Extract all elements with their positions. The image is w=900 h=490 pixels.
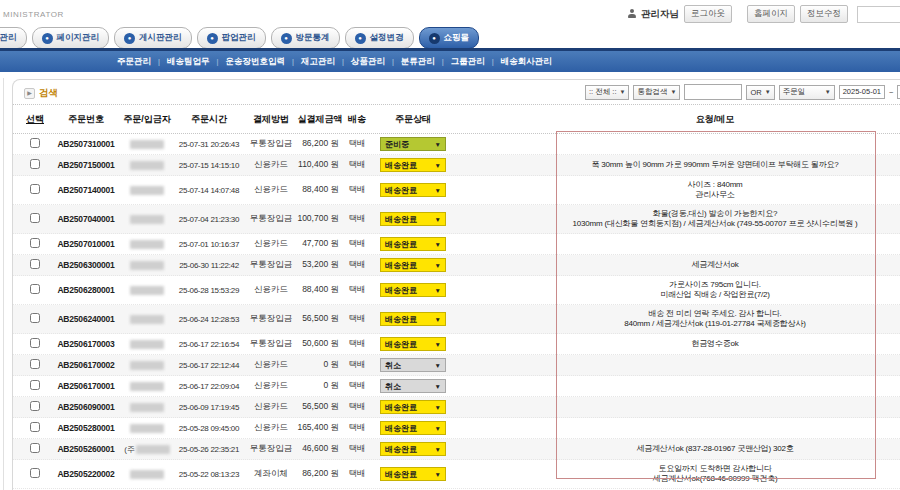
tab-label: 설정변경 [370, 32, 404, 44]
order-time: 25-06-24 12:28:53 [173, 315, 245, 324]
search-toggle-icon[interactable]: ▶ [24, 88, 35, 99]
order-status-select[interactable]: 배송완료▼ [380, 400, 446, 414]
subnav-그룹관리[interactable]: 그룹관리 [444, 56, 492, 68]
order-status-select[interactable]: 배송완료▼ [380, 258, 446, 272]
orderer-name-masked [121, 361, 173, 370]
row-select-checkbox[interactable] [30, 338, 40, 348]
orderer-name-masked [121, 215, 173, 224]
subnav-주문관리[interactable]: 주문관리 [110, 56, 158, 68]
shipping-method: 택배 [343, 468, 371, 480]
order-number[interactable]: AB2505220002 [51, 469, 121, 479]
row-select-checkbox[interactable] [30, 359, 40, 369]
tab-설정변경[interactable]: ●설정변경 [345, 27, 414, 49]
tab-게시판관리[interactable]: ●게시판관리 [114, 27, 192, 49]
subnav-운송장번호입력[interactable]: 운송장번호입력 [218, 56, 292, 68]
logout-button[interactable]: 로그아웃 [684, 5, 732, 23]
payment-amount: 86,200 원 [297, 138, 343, 150]
subnav-배송팀업무[interactable]: 배송팀업무 [160, 56, 217, 68]
order-status-select[interactable]: 배송완료▼ [380, 467, 446, 481]
homepage-button[interactable]: 홈페이지 [747, 5, 795, 23]
order-number[interactable]: AB2506090001 [51, 402, 121, 412]
subnav-상품관리[interactable]: 상품관리 [344, 56, 392, 68]
row-select-checkbox[interactable] [30, 138, 40, 148]
order-status-select[interactable]: 배송완료▼ [380, 212, 446, 226]
order-number[interactable]: AB2507140001 [51, 185, 121, 195]
order-number[interactable]: AB2506170001 [51, 381, 121, 391]
scope-select[interactable]: :: 전체 ::▼ [585, 85, 629, 100]
order-row: AB2505260001(주25-05-26 22:35:21무통장입금46,6… [13, 439, 900, 460]
order-number[interactable]: AB2507150001 [51, 160, 121, 170]
order-status-value: 배송완료 [385, 260, 417, 271]
row-select-checkbox[interactable] [30, 184, 40, 194]
stats-icon: ● [281, 33, 292, 44]
order-number[interactable]: AB2507310001 [51, 139, 121, 149]
order-status-select[interactable]: 배송완료▼ [380, 442, 446, 456]
col-select[interactable]: 선택 [19, 113, 51, 126]
row-select-checkbox[interactable] [30, 422, 40, 432]
payment-method: 무통장입금 [245, 338, 297, 350]
date-type-select[interactable]: 주문일▼ [779, 85, 835, 100]
row-select-checkbox[interactable] [30, 213, 40, 223]
order-status-select[interactable]: 취소▼ [380, 358, 446, 372]
row-select-checkbox[interactable] [30, 313, 40, 323]
subnav-배송회사관리[interactable]: 배송회사관리 [494, 56, 559, 68]
order-status-select[interactable]: 배송완료▼ [380, 421, 446, 435]
topbar-quick-input[interactable] [857, 6, 900, 23]
order-number[interactable]: AB2505260001 [51, 444, 121, 454]
order-number[interactable]: AB2507010001 [51, 239, 121, 249]
order-status-select[interactable]: 준비중▼ [380, 137, 446, 151]
order-status-select[interactable]: 배송완료▼ [380, 312, 446, 326]
order-number[interactable]: AB2506240001 [51, 314, 121, 324]
tab-원관리[interactable]: ●원관리 [0, 27, 27, 49]
subnav-재고관리[interactable]: 재고관리 [294, 56, 342, 68]
chevron-down-icon: ▼ [765, 89, 771, 95]
col-order-time: 주문시간 [173, 113, 245, 126]
order-status-select[interactable]: 배송완료▼ [380, 158, 446, 172]
subnav-분류관리[interactable]: 분류관리 [394, 56, 442, 68]
order-number[interactable]: AB2506280001 [51, 285, 121, 295]
order-number[interactable]: AB2507040001 [51, 214, 121, 224]
order-status-select[interactable]: 배송완료▼ [380, 237, 446, 251]
orderer-name-masked [121, 286, 173, 295]
keyword-input[interactable] [684, 84, 742, 100]
table-header: 선택 주문번호 주문/입금자 주문시간 결제방법 실결제금액 배송 주문상태 요… [13, 105, 900, 134]
edit-info-button[interactable]: 정보수정 [800, 5, 848, 23]
row-select-checkbox[interactable] [30, 284, 40, 294]
order-status-value: 배송완료 [385, 160, 417, 171]
tab-label: 쇼핑몰 [444, 32, 470, 44]
date-from-input[interactable]: 2025-05-01 [839, 85, 885, 99]
memo-line: 세금계산서ok [530, 260, 900, 271]
order-number[interactable]: AB2506170002 [51, 360, 121, 370]
orderer-name-masked [121, 140, 173, 149]
row-select-checkbox[interactable] [30, 259, 40, 269]
row-select-checkbox[interactable] [30, 401, 40, 411]
col-status: 주문상태 [371, 113, 455, 126]
order-number[interactable]: AB2505280001 [51, 423, 121, 433]
order-status-select[interactable]: 취소▼ [380, 379, 446, 393]
tab-팝업관리[interactable]: ●팝업관리 [197, 27, 266, 49]
blurred-name [130, 470, 164, 479]
dropdown-arrow-icon: ▼ [435, 341, 441, 348]
row-select-checkbox[interactable] [30, 468, 40, 478]
search-type-select[interactable]: 통합검색▼ [633, 85, 680, 100]
tab-페이지관리[interactable]: ●페이지관리 [32, 27, 110, 49]
row-select-checkbox[interactable] [30, 380, 40, 390]
order-status-select[interactable]: 배송완료▼ [380, 337, 446, 351]
order-number[interactable]: AB2506300001 [51, 260, 121, 270]
row-select-checkbox[interactable] [30, 443, 40, 453]
row-select-checkbox[interactable] [30, 159, 40, 169]
shipping-method: 택배 [343, 422, 371, 434]
order-status-select[interactable]: 배송완료▼ [380, 283, 446, 297]
tab-쇼핑몰[interactable]: ●쇼핑몰 [419, 27, 480, 49]
order-number[interactable]: AB2506170003 [51, 339, 121, 349]
dropdown-arrow-icon: ▼ [435, 383, 441, 390]
row-select-checkbox[interactable] [30, 238, 40, 248]
payment-method: 신용카드 [245, 401, 297, 413]
memo-line: 사이즈 : 840mm [530, 180, 900, 191]
order-status-select[interactable]: 배송완료▼ [380, 183, 446, 197]
payment-method: 무통장입금 [245, 313, 297, 325]
operator-select[interactable]: OR▼ [746, 85, 774, 100]
orderer-name-masked [121, 186, 173, 195]
tab-방문통계[interactable]: ●방문통계 [271, 27, 340, 49]
col-shipping: 배송 [343, 113, 371, 126]
